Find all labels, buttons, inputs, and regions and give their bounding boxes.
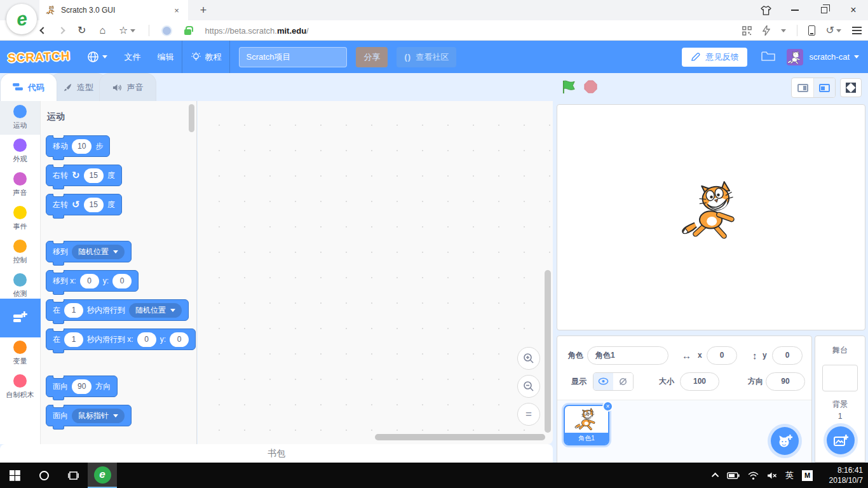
taskbar-clock[interactable]: 8:16:41 2018/10/7 [821,465,863,485]
start-button[interactable] [0,463,29,488]
block-number-input[interactable]: 0 [170,332,189,347]
block-glide-xy[interactable]: 在 1 秒内滑行到 x: 0 y: 0 [46,329,196,350]
add-sprite-button[interactable] [771,427,799,455]
menu-tutorials[interactable]: 教程 [182,41,229,73]
menu-hamburger-icon[interactable] [852,27,862,34]
undo-control[interactable]: ↺ [826,25,841,36]
fullscreen-button[interactable] [840,78,862,97]
block-move-steps[interactable]: 移动 10 步 [46,135,110,157]
delete-sprite-button[interactable]: × [602,401,613,412]
menu-edit[interactable]: 编辑 [149,41,182,73]
chevron-down-icon[interactable] [781,29,786,32]
block-number-input[interactable]: 90 [72,379,92,394]
category-motion[interactable]: 运动 [0,101,40,135]
backpack-bar[interactable]: 书包 [0,444,553,463]
task-view-button[interactable] [58,463,88,488]
sprite-size-input[interactable] [680,372,719,391]
stage-sprite-cat[interactable] [679,179,745,245]
back-icon[interactable] [39,27,46,34]
workspace-vertical-scrollbar[interactable] [545,270,551,433]
code-workspace[interactable]: = [198,101,553,444]
share-button[interactable]: 分享 [356,47,388,67]
reload-icon[interactable]: ↻ [78,25,86,36]
bookmark-star[interactable]: ☆ [119,25,135,36]
stop-icon[interactable] [584,80,597,93]
block-number-input[interactable]: 1 [64,303,83,318]
new-tab-button[interactable]: + [196,3,211,18]
see-community-button[interactable]: () 查看社区 [397,47,456,67]
sprite-x-input[interactable] [707,346,737,365]
category-control[interactable]: 控制 [0,236,40,269]
forward-icon[interactable] [58,27,65,34]
small-stage-button[interactable] [792,78,813,97]
home-icon[interactable]: ⌂ [99,25,105,36]
block-number-input[interactable]: 15 [84,168,104,183]
browser-tab[interactable]: Scratch 3.0 GUI × [39,0,188,20]
tab-costumes[interactable]: 造型 [50,73,107,101]
https-padlock-icon[interactable] [184,29,191,35]
category-events[interactable]: 事件 [0,202,40,236]
close-button[interactable]: × [839,0,868,20]
palette-scrollbar[interactable] [189,104,194,132]
tab-code[interactable]: 代码 [0,73,57,101]
folder-icon[interactable] [761,51,775,64]
block-glide-random[interactable]: 在 1 秒内滑行到 随机位置 [46,299,189,321]
cortana-button[interactable] [29,463,58,488]
block-turn-right[interactable]: 右转 ↻ 15 度 [46,165,122,186]
speed-mode-icon[interactable] [163,27,171,35]
add-backdrop-button[interactable] [827,426,855,454]
block-number-input[interactable]: 0 [112,274,132,288]
lightning-icon[interactable] [763,25,770,36]
feedback-button[interactable]: 意见反馈 [682,48,747,67]
language-badge[interactable]: M [802,470,813,481]
scratch-logo[interactable]: SCRATCH [8,49,71,65]
minimize-button[interactable] [780,0,810,20]
speaker-muted-icon[interactable] [767,471,777,480]
sprite-y-input[interactable] [772,346,803,365]
block-dropdown[interactable]: 随机位置 [129,303,182,318]
block-point-direction[interactable]: 面向 90 方向 [46,376,118,397]
block-number-input[interactable]: 1 [64,332,83,347]
qr-code-icon[interactable] [742,26,752,36]
sprite-thumbnail-selected[interactable]: 角色1 × [564,405,609,445]
username[interactable]: scratch-cat [809,52,850,62]
zoom-out-button[interactable] [517,375,540,398]
browser-logo[interactable]: e [6,4,37,34]
stage[interactable] [557,104,865,330]
ime-indicator[interactable]: 英 [785,470,794,481]
restore-button[interactable] [810,0,839,20]
show-sprite-button[interactable] [593,373,613,390]
block-goto-xy[interactable]: 移到 x: 0 y: 0 [46,270,139,292]
menu-file[interactable]: 文件 [116,41,149,73]
block-turn-left[interactable]: 左转 ↺ 15 度 [46,194,122,215]
hide-sprite-button[interactable] [613,373,633,390]
sprite-direction-input[interactable] [766,372,805,391]
backdrop-thumbnail[interactable] [822,365,858,391]
caret-down-icon[interactable] [854,55,859,58]
add-extension-button[interactable] [0,299,41,337]
block-number-input[interactable]: 10 [72,139,92,154]
address-url[interactable]: https://beta.scratch.mit.edu/ [205,26,308,36]
mobile-icon[interactable] [808,25,815,36]
avatar[interactable] [787,49,803,65]
stage-selector-panel[interactable]: 舞台 背景 1 [815,336,865,463]
taskbar-browser-button[interactable]: e [88,463,117,488]
skin-shirt-icon[interactable] [751,0,780,20]
tray-expand-icon[interactable] [712,473,719,480]
block-number-input[interactable]: 15 [84,198,104,212]
zoom-reset-button[interactable]: = [517,403,540,426]
green-flag-icon[interactable] [562,79,576,94]
language-selector[interactable] [79,41,116,73]
wifi-icon[interactable] [748,471,759,480]
block-point-towards[interactable]: 面向 鼠标指针 [46,405,132,426]
category-variables[interactable]: 变量 [0,337,40,370]
workspace-horizontal-scrollbar[interactable] [375,434,545,440]
block-goto-random[interactable]: 移到 随机位置 [46,241,132,262]
battery-icon[interactable] [727,472,740,479]
sprite-name-input[interactable] [587,346,668,365]
block-dropdown[interactable]: 鼠标指针 [72,409,125,423]
zoom-in-button[interactable] [517,347,540,370]
large-stage-button[interactable] [813,78,835,97]
tab-close-icon[interactable]: × [172,6,182,15]
category-sound[interactable]: 声音 [0,168,40,202]
